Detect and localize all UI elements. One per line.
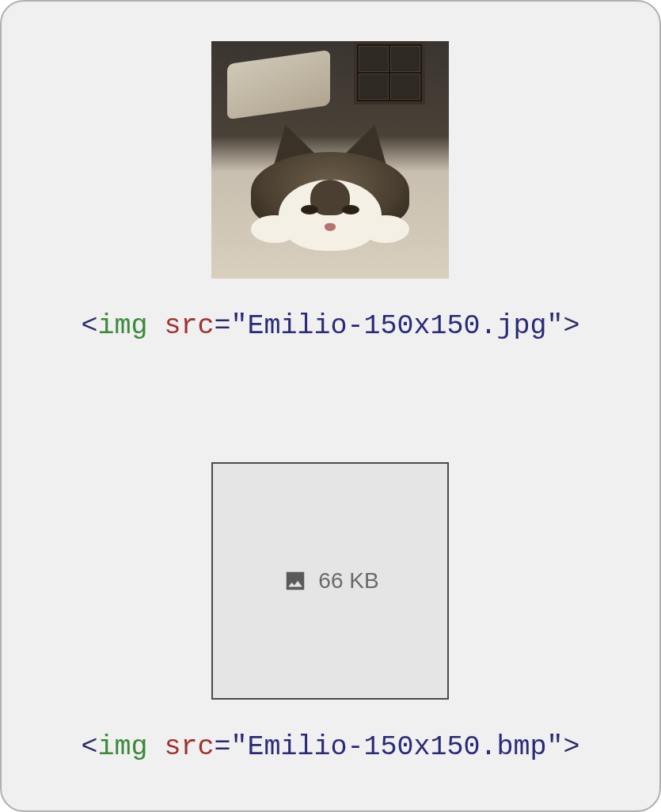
code-close-bracket: > xyxy=(564,310,580,342)
cat-photo xyxy=(211,41,449,279)
placeholder-box: 66 KB xyxy=(211,462,449,700)
code-close-bracket: > xyxy=(564,731,580,763)
photo-window xyxy=(354,41,425,104)
photo-cat xyxy=(235,144,425,255)
image-icon xyxy=(282,569,309,593)
code-equals: = xyxy=(214,731,230,763)
code-string: "Emilio-150x150.bmp" xyxy=(230,731,563,763)
code-tag: img xyxy=(97,310,147,342)
code-open-bracket: < xyxy=(81,310,97,342)
code-bmp: <img src="Emilio-150x150.bmp"> xyxy=(81,731,579,763)
code-string: "Emilio-150x150.jpg" xyxy=(230,310,563,342)
photo-furniture xyxy=(227,50,330,120)
code-attr: src xyxy=(164,310,214,342)
example-card: <img src="Emilio-150x150.jpg"> 66 KB <im… xyxy=(0,0,661,812)
code-tag: img xyxy=(97,731,147,763)
example-jpg: <img src="Emilio-150x150.jpg"> xyxy=(81,41,579,342)
placeholder-size-label: 66 KB xyxy=(318,568,378,594)
code-open-bracket: < xyxy=(81,731,97,763)
code-equals: = xyxy=(214,310,230,342)
example-bmp: 66 KB <img src="Emilio-150x150.bmp"> xyxy=(81,462,579,763)
code-attr: src xyxy=(164,731,214,763)
code-jpg: <img src="Emilio-150x150.jpg"> xyxy=(81,310,579,342)
